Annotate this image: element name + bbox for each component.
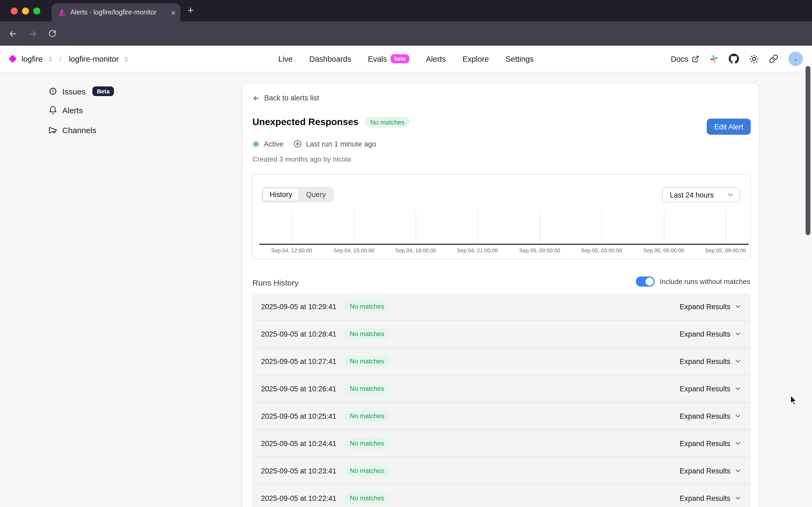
external-link-icon	[692, 55, 699, 62]
app-header: logfire / logfire-monitor Live Dashboard…	[0, 46, 812, 72]
expand-results-button[interactable]: Expand Results	[680, 439, 742, 447]
run-timestamp: 2025-09-05 at 10:27:41	[261, 357, 336, 365]
close-tab-icon[interactable]: ×	[171, 8, 176, 16]
browser-tab[interactable]: Alerts · logfire/logfire-monitor ×	[52, 3, 180, 21]
org-switcher[interactable]: logfire	[21, 54, 43, 63]
page-title: Unexpected Responses	[253, 116, 359, 128]
created-by-label: Created 3 months ago by nicola	[253, 155, 351, 163]
reload-icon[interactable]	[48, 29, 57, 38]
nav-alerts[interactable]: Alerts	[426, 54, 446, 63]
run-timestamp: 2025-09-05 at 10:28:41	[261, 330, 336, 338]
chevron-down-icon	[726, 191, 734, 199]
theme-sun-icon[interactable]	[749, 54, 759, 64]
x-tick-label: Sep 05, 03:00:00	[566, 247, 636, 253]
tab-history[interactable]: History	[263, 188, 299, 201]
x-tick-label: Sep 05, 00:00:00	[505, 247, 575, 253]
sidebar-item-alerts[interactable]: Alerts	[48, 106, 83, 115]
chevron-down-icon	[734, 385, 742, 392]
run-match-badge: No matches	[344, 465, 390, 476]
nav-explore[interactable]: Explore	[463, 54, 489, 63]
zoom-window-button[interactable]	[33, 7, 40, 14]
tab-query[interactable]: Query	[299, 188, 333, 201]
back-nav-icon[interactable]	[8, 29, 18, 38]
run-match-badge: No matches	[344, 410, 390, 421]
run-match-badge: No matches	[344, 438, 390, 449]
sidebar-item-channels[interactable]: Channels	[48, 126, 96, 135]
x-tick-label: Sep 04, 21:00:00	[442, 247, 512, 253]
run-row: 2025-09-05 at 10:28:41 No matches Expand…	[252, 321, 751, 348]
expand-results-button[interactable]: Expand Results	[680, 494, 742, 502]
expand-results-button[interactable]: Expand Results	[680, 357, 742, 365]
user-avatar[interactable]: -	[789, 52, 803, 66]
run-row: 2025-09-05 at 10:29:41 No matches Expand…	[252, 293, 751, 321]
project-chevrons-icon[interactable]	[123, 56, 129, 62]
minimize-window-button[interactable]	[22, 7, 29, 14]
breadcrumb-separator: /	[59, 54, 61, 63]
expand-results-button[interactable]: Expand Results	[680, 330, 742, 338]
chevron-down-icon	[734, 412, 742, 420]
sidebar-item-label: Issues	[62, 87, 86, 96]
include-runs-toggle[interactable]	[636, 276, 654, 287]
alert-detail-card: Back to alerts list Unexpected Responses…	[242, 83, 760, 507]
edit-alert-button[interactable]: Edit Alert	[707, 119, 751, 135]
runs-filter-control: Include runs without matches	[636, 276, 750, 287]
play-circle-icon	[293, 139, 302, 148]
page-scrollbar-thumb[interactable]	[806, 66, 810, 235]
alert-status-badge: No matches	[365, 116, 410, 128]
chart-gridline	[477, 211, 478, 244]
new-tab-button[interactable]: +	[187, 4, 194, 17]
time-range-value: Last 24 hours	[670, 191, 714, 199]
chevron-down-icon	[734, 357, 742, 365]
forward-nav-icon[interactable]	[28, 29, 38, 38]
expand-results-button[interactable]: Expand Results	[680, 412, 742, 420]
chevron-down-icon	[734, 440, 742, 447]
chevron-down-icon	[734, 303, 742, 310]
nav-settings[interactable]: Settings	[506, 54, 534, 63]
window-controls	[11, 7, 40, 14]
slack-icon[interactable]	[709, 54, 718, 63]
nav-dashboards[interactable]: Dashboards	[309, 54, 351, 63]
back-to-alerts-link[interactable]: Back to alerts list	[253, 94, 319, 102]
run-match-badge: No matches	[344, 301, 390, 312]
run-timestamp: 2025-09-05 at 10:29:41	[261, 302, 336, 311]
time-range-select[interactable]: Last 24 hours	[662, 187, 740, 203]
project-switcher[interactable]: logfire-monitor	[69, 54, 119, 63]
run-row: 2025-09-05 at 10:24:41 No matches Expand…	[252, 430, 751, 457]
run-timestamp: 2025-09-05 at 10:24:41	[261, 439, 336, 447]
last-run-label: Last run 1 minute ago	[306, 140, 376, 148]
chart-gridline	[601, 211, 602, 244]
sidebar-item-issues[interactable]: Issues Beta	[48, 87, 114, 96]
history-chart-card: History Query Last 24 hours Sep 04, 12:0…	[252, 173, 751, 260]
github-icon[interactable]	[729, 54, 739, 64]
alert-status-row: Active Last run 1 minute ago	[253, 139, 376, 148]
expand-results-button[interactable]: Expand Results	[680, 302, 742, 311]
runs-history-title: Runs History	[253, 278, 299, 287]
docs-link[interactable]: Docs	[671, 54, 699, 63]
sidebar-item-label: Alerts	[62, 106, 83, 115]
run-match-badge: No matches	[344, 493, 390, 504]
nav-live[interactable]: Live	[278, 54, 293, 63]
chart-gridline	[354, 211, 355, 244]
run-match-badge: No matches	[344, 383, 390, 394]
page-content: Issues Beta Alerts Channels Back to aler…	[0, 72, 812, 507]
expand-results-button[interactable]: Expand Results	[680, 385, 742, 393]
favicon-logfire-icon	[58, 8, 66, 16]
nav-evals[interactable]: Evals beta	[368, 54, 409, 63]
x-tick-label: Sep 04, 15:00:00	[319, 247, 389, 253]
run-row: 2025-09-05 at 10:23:41 No matches Expand…	[252, 457, 751, 485]
share-link-icon[interactable]	[769, 54, 778, 63]
run-row: 2025-09-05 at 10:27:41 No matches Expand…	[252, 348, 751, 375]
org-chevrons-icon[interactable]	[47, 56, 53, 62]
run-match-badge: No matches	[344, 356, 390, 367]
browser-tab-strip: Alerts · logfire/logfire-monitor × +	[0, 0, 812, 21]
x-tick-label: Sep 04, 18:00:00	[381, 247, 450, 253]
x-tick-label: Sep 05, 06:00:00	[629, 247, 699, 253]
browser-toolbar: logfire-us.pydantic.dev/logfire/logfire-…	[0, 21, 812, 46]
close-window-button[interactable]	[11, 7, 18, 14]
expand-results-button[interactable]: Expand Results	[680, 467, 742, 475]
active-label: Active	[264, 140, 283, 148]
issues-beta-badge: Beta	[93, 87, 114, 96]
run-timestamp: 2025-09-05 at 10:26:41	[261, 385, 336, 393]
x-tick-label: Sep 05, 09:00:00	[691, 247, 760, 253]
run-row: 2025-09-05 at 10:22:41 No matches Expand…	[252, 485, 751, 507]
